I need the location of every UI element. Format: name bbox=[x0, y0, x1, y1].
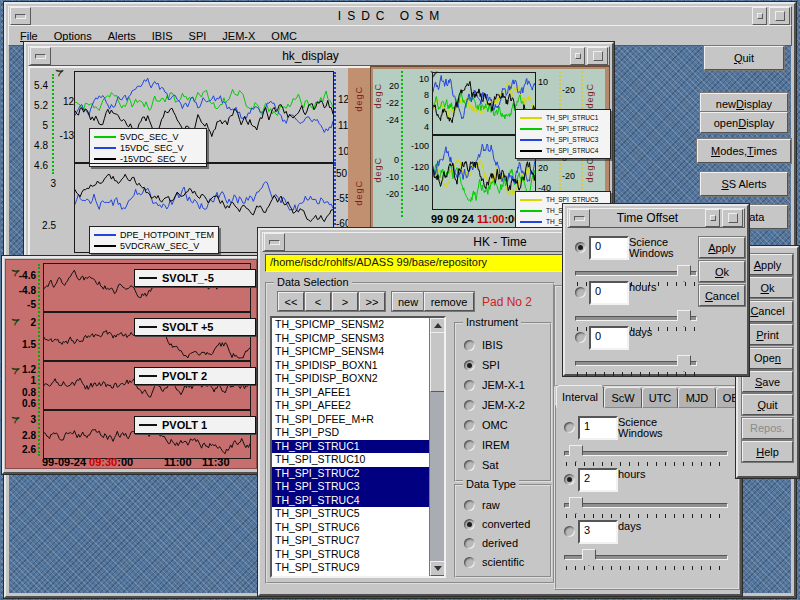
list-scrollbar[interactable] bbox=[429, 318, 444, 576]
list-item-th-spicmp-sensm2[interactable]: TH_SPICMP_SENSM2 bbox=[272, 318, 444, 332]
menu-jem-x[interactable]: JEM-X bbox=[215, 29, 262, 43]
menu-spi[interactable]: SPI bbox=[182, 29, 214, 43]
list-item-th-spi-struc5[interactable]: TH_SPI_STRUC5 bbox=[272, 507, 444, 521]
interval-hours-radio[interactable] bbox=[564, 474, 575, 485]
side-button-help[interactable]: Help bbox=[742, 441, 793, 462]
side-button-apply[interactable]: Apply bbox=[742, 254, 793, 275]
slider-thumb[interactable] bbox=[677, 265, 691, 282]
list-item-th-spi-struc7[interactable]: TH_SPI_STRUC7 bbox=[272, 534, 444, 548]
new-button[interactable]: new bbox=[392, 292, 424, 311]
nav-button-3[interactable]: >> bbox=[359, 292, 385, 311]
instrument-radio-omc[interactable] bbox=[464, 420, 475, 431]
remove-button[interactable]: remove bbox=[424, 292, 474, 311]
menu-ibis[interactable]: IBIS bbox=[145, 29, 180, 43]
offset-science-windows-radio[interactable] bbox=[575, 242, 586, 253]
slider-thumb[interactable] bbox=[569, 497, 583, 514]
scroll-up-button[interactable] bbox=[430, 318, 445, 333]
interval-days-field[interactable]: 3 bbox=[578, 520, 618, 544]
interval-hours-slider[interactable] bbox=[564, 496, 728, 518]
list-item-th-spidisp-boxn2[interactable]: TH_SPIDISP_BOXN2 bbox=[272, 372, 444, 386]
list-item-th-spicmp-sensm4[interactable]: TH_SPICMP_SENSM4 bbox=[272, 345, 444, 359]
menu-options[interactable]: Options bbox=[47, 29, 99, 43]
list-item-th-spi-dfee-m-r[interactable]: TH_SPI_DFEE_M+R bbox=[272, 413, 444, 427]
window-menu-button[interactable] bbox=[10, 7, 31, 25]
curve-button-svolt-5[interactable]: SVOLT_-5 bbox=[134, 269, 256, 287]
list-item-th-spi-struc10[interactable]: TH_SPI_STRUC10 bbox=[272, 453, 444, 467]
interval-science-windows-slider[interactable] bbox=[564, 444, 728, 466]
instrument-radio-jem-x-2[interactable] bbox=[464, 400, 475, 411]
slider-thumb[interactable] bbox=[582, 549, 596, 566]
side-button-quit[interactable]: Quit bbox=[742, 394, 793, 415]
tab-scw[interactable]: ScW bbox=[604, 387, 642, 408]
curve-button-svolt-5[interactable]: SVOLT +5 bbox=[134, 318, 256, 336]
curve-button-pvolt-2[interactable]: PVOLT 2 bbox=[134, 367, 256, 385]
instrument-radio-sat[interactable] bbox=[464, 460, 475, 471]
list-item-th-spi-struc9[interactable]: TH_SPI_STRUC9 bbox=[272, 561, 444, 575]
window-menu-button[interactable] bbox=[569, 209, 590, 227]
osm-button-modes-times[interactable]: Modes, Times bbox=[697, 139, 791, 163]
maximize-button[interactable] bbox=[722, 209, 743, 227]
tab-mjd[interactable]: MJD bbox=[678, 387, 716, 408]
list-item-th-spi-afee2[interactable]: TH_SPI_AFEE2 bbox=[272, 399, 444, 413]
osm-button-quit[interactable]: Quit bbox=[704, 46, 784, 70]
menu-omc[interactable]: OMC bbox=[264, 29, 304, 43]
list-item-th-spi-struc4[interactable]: TH_SPI_STRUC4 bbox=[272, 494, 444, 508]
list-item-th-spicmp-sensm3[interactable]: TH_SPICMP_SENSM3 bbox=[272, 332, 444, 346]
menu-file[interactable]: File bbox=[13, 29, 45, 43]
data-type-radio-derived[interactable] bbox=[464, 538, 475, 549]
nav-button-0[interactable]: << bbox=[278, 292, 304, 311]
data-type-radio-converted[interactable] bbox=[464, 519, 475, 530]
menu-alerts[interactable]: Alerts bbox=[101, 29, 143, 43]
side-button-print[interactable]: Print bbox=[742, 324, 793, 345]
tab-interval[interactable]: Interval bbox=[556, 385, 604, 408]
offset-hours-field[interactable]: 0 bbox=[589, 281, 629, 305]
offset-hours-radio[interactable] bbox=[575, 287, 586, 298]
data-type-radio-raw[interactable] bbox=[464, 500, 475, 511]
offset-button-apply[interactable]: Apply bbox=[699, 237, 745, 258]
offset-days-slider[interactable] bbox=[575, 354, 697, 376]
side-button-save[interactable]: Save bbox=[742, 371, 793, 392]
interval-science-windows-radio[interactable] bbox=[564, 422, 575, 433]
list-item-th-spi-struc2[interactable]: TH_SPI_STRUC2 bbox=[272, 467, 444, 481]
instrument-radio-irem[interactable] bbox=[464, 440, 475, 451]
data-type-radio-scientific[interactable] bbox=[464, 557, 475, 568]
offset-button-cancel[interactable]: Cancel bbox=[699, 285, 745, 306]
osm-button-ss-alerts[interactable]: SS Alerts bbox=[700, 172, 788, 196]
iconify-button[interactable] bbox=[705, 209, 720, 227]
interval-days-radio[interactable] bbox=[564, 526, 575, 537]
side-button-ok[interactable]: Ok bbox=[742, 277, 793, 298]
list-item-th-spi-struc8[interactable]: TH_SPI_STRUC8 bbox=[272, 548, 444, 562]
side-button-cancel[interactable]: Cancel bbox=[742, 301, 793, 322]
side-button-open[interactable]: Open bbox=[742, 348, 793, 369]
slider-thumb[interactable] bbox=[677, 310, 691, 327]
nav-button-1[interactable]: < bbox=[305, 292, 331, 311]
nav-button-2[interactable]: > bbox=[332, 292, 358, 311]
osm-button-new-display[interactable]: new Display bbox=[700, 93, 788, 114]
iconify-button[interactable] bbox=[570, 47, 585, 65]
offset-days-radio[interactable] bbox=[575, 332, 586, 343]
window-menu-button[interactable] bbox=[264, 233, 285, 251]
list-item-th-spidisp-boxn1[interactable]: TH_SPIDISP_BOXN1 bbox=[272, 359, 444, 373]
list-item-th-spi-struc3[interactable]: TH_SPI_STRUC3 bbox=[272, 480, 444, 494]
instrument-radio-jem-x-1[interactable] bbox=[464, 380, 475, 391]
interval-science-windows-field[interactable]: 1 bbox=[578, 416, 618, 440]
scroll-down-button[interactable] bbox=[430, 561, 445, 576]
iconify-button[interactable] bbox=[752, 7, 767, 25]
window-menu-button[interactable] bbox=[30, 47, 51, 65]
list-item-th-spi-struc6[interactable]: TH_SPI_STRUC6 bbox=[272, 521, 444, 535]
instrument-radio-spi[interactable] bbox=[464, 360, 475, 371]
slider-thumb[interactable] bbox=[569, 445, 583, 462]
osm-button-open-display[interactable]: open Display bbox=[700, 112, 788, 133]
instrument-radio-ibis[interactable] bbox=[464, 340, 475, 351]
offset-days-field[interactable]: 0 bbox=[589, 326, 629, 350]
interval-hours-field[interactable]: 2 bbox=[578, 468, 618, 492]
list-item-th-spi-struc1[interactable]: TH_SPI_STRUC1 bbox=[272, 440, 444, 454]
interval-days-slider[interactable] bbox=[564, 548, 728, 570]
maximize-button[interactable] bbox=[769, 7, 790, 25]
maximize-button[interactable] bbox=[587, 47, 608, 65]
list-item-th-spi-afee1[interactable]: TH_SPI_AFEE1 bbox=[272, 386, 444, 400]
list-item-th-spi-psd[interactable]: TH_SPI_PSD bbox=[272, 426, 444, 440]
offset-science-windows-field[interactable]: 0 bbox=[589, 236, 629, 260]
slider-thumb[interactable] bbox=[677, 355, 691, 372]
scroll-thumb[interactable] bbox=[430, 332, 445, 392]
